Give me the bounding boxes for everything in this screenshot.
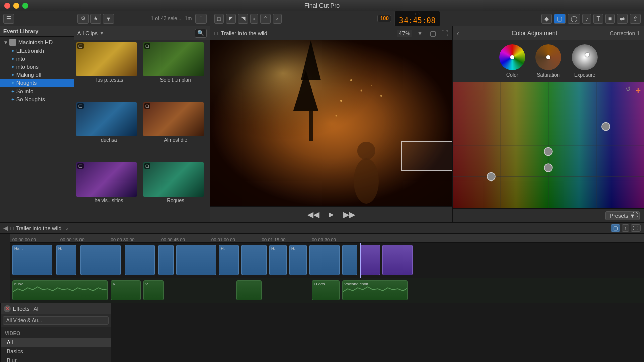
tree-item-making-off[interactable]: ✦ Making off	[0, 71, 74, 79]
clip-item-4[interactable]: ▢ he vis...sitios	[76, 162, 141, 220]
library-tree: ▼ Macintosh HD ✦ ElEctronikh ✦ into ✦ in…	[0, 37, 74, 222]
share-btn[interactable]: ⇪	[630, 14, 641, 24]
effects-title: Effects	[13, 306, 29, 312]
video-mode-btn[interactable]: ▢	[554, 14, 566, 24]
clip-item-0[interactable]: ▢ Tus p...estas	[76, 42, 141, 100]
tool-btn-4[interactable]: ◦	[250, 14, 258, 24]
timeline-clip-10[interactable]	[309, 245, 340, 275]
rating-btn[interactable]: ★	[90, 14, 101, 24]
timeline-clip-4[interactable]	[158, 245, 174, 275]
tree-item-label: ElEctronikh	[16, 48, 44, 54]
clip-list-toggle[interactable]: ☰	[3, 14, 14, 24]
color-wheel-saturation[interactable]	[535, 44, 561, 70]
timeline-clip-11[interactable]	[342, 245, 357, 275]
timeline-clip-5[interactable]	[176, 245, 216, 275]
clip-item-3[interactable]: ▢ Almost die	[143, 102, 208, 160]
clips-settings-btn[interactable]: ⚙	[77, 14, 89, 24]
photo-mode-btn[interactable]: ◯	[568, 14, 580, 24]
timeline-content: 00:00:00:00 00:00:15:00 00:00:30:00 00:0…	[10, 234, 644, 303]
timeline-clip-6[interactable]: H.	[219, 245, 239, 275]
star-icon: ✦	[9, 64, 16, 70]
transition-btn[interactable]: ⇌	[617, 14, 628, 24]
playhead[interactable]	[360, 243, 361, 278]
clips-dropdown-arrow[interactable]: ▼	[100, 31, 104, 36]
category-blur[interactable]: Blur	[1, 356, 111, 362]
curve-point-mid[interactable]	[544, 148, 552, 156]
minimize-button[interactable]	[13, 3, 19, 9]
timeline-clip-0[interactable]: Ha...	[12, 245, 52, 275]
category-basics[interactable]: Basics	[1, 347, 111, 356]
audio-clip-2[interactable]: V	[143, 280, 164, 300]
color-wheel-item-color: Color	[499, 44, 525, 78]
curve-point-shadow[interactable]	[487, 173, 495, 181]
generator-btn[interactable]: ■	[605, 14, 615, 24]
clips-browser: All Clips ▼ 🔍 ▢ Tus p...estas ▢ Solo t..…	[74, 26, 210, 222]
category-all[interactable]: All	[1, 338, 111, 347]
timeline-clip-1[interactable]: H.	[56, 245, 76, 275]
timeline-clip-3[interactable]	[125, 245, 155, 275]
fullscreen-button[interactable]	[22, 3, 28, 9]
tree-item-into[interactable]: ✦ into	[0, 55, 74, 63]
color-wheel-exposure[interactable]	[572, 44, 598, 70]
tree-item-macintosh[interactable]: ▼ Macintosh HD	[0, 38, 74, 47]
speed-display: 100	[377, 15, 391, 22]
color-wheels: Color Saturation Exposure	[453, 40, 644, 82]
close-button[interactable]	[4, 3, 10, 9]
next-frame-btn[interactable]: ▶▶	[341, 209, 357, 220]
event-library-panel: Event Library ▼ Macintosh HD ✦ ElEctroni…	[0, 26, 74, 222]
clips-view-btn[interactable]: ⋮	[195, 14, 207, 24]
zoom-level[interactable]: 47%	[397, 30, 412, 37]
audio-clip-4[interactable]: LLocs	[312, 280, 340, 300]
timeline-clip-2[interactable]	[80, 245, 121, 275]
timeline-title: Trailer into the wild	[16, 225, 62, 231]
view-options-icon[interactable]: ▢	[430, 29, 436, 37]
blade-btn[interactable]: ◆	[541, 14, 552, 24]
video-overlay	[210, 40, 452, 206]
selection-overlay[interactable]	[401, 141, 452, 171]
zoom-dropdown-arrow[interactable]: ▼	[417, 30, 423, 36]
fullscreen-btn[interactable]: ⛶	[632, 212, 638, 218]
tool-select[interactable]: ⇧	[260, 14, 271, 24]
timeline-back-btn[interactable]: ◀	[3, 224, 8, 232]
tool-btn-1[interactable]: □	[214, 14, 224, 24]
tree-item-electronikh[interactable]: ✦ ElEctronikh	[0, 47, 74, 55]
curve-reset-btn[interactable]: ↺	[626, 85, 631, 93]
tree-item-so-noughts[interactable]: ✦ So Noughts	[0, 95, 74, 103]
tool-btn-2[interactable]: ◤	[226, 14, 236, 24]
clip-item-2[interactable]: ▢ duchsa	[76, 102, 141, 160]
audio-clip-3[interactable]	[236, 280, 262, 300]
fullscreen-icon[interactable]: ⛶	[441, 29, 448, 37]
clip-item-5[interactable]: ▢ Roques	[143, 162, 208, 220]
play-btn[interactable]: ►	[326, 209, 338, 220]
effects-filter-btn[interactable]: All Video & Au...	[3, 316, 109, 325]
tree-item-so-into[interactable]: ✦ So into	[0, 87, 74, 95]
tool-trim[interactable]: ▹	[273, 14, 282, 24]
effects-close-btn[interactable]: ✕	[4, 305, 11, 312]
curve-point-v[interactable]	[544, 164, 552, 172]
audio-clip-1[interactable]: V...	[111, 280, 141, 300]
title-mode-btn[interactable]: T	[593, 14, 603, 24]
curve-add-btn[interactable]: +	[635, 85, 641, 96]
clip-item-1[interactable]: ▢ Solo t...n plan	[143, 42, 208, 100]
prev-frame-btn[interactable]: ◀◀	[305, 209, 321, 220]
timeline-clip-12[interactable]	[360, 245, 380, 275]
clips-search-btn[interactable]: 🔍	[195, 29, 207, 38]
clip-type-icon: ▢	[144, 163, 150, 169]
timeline-zoom-fit[interactable]: ⛶	[631, 224, 641, 232]
timeline-clip-9[interactable]: H.	[289, 245, 307, 275]
tree-item-noughts[interactable]: ✦ Noughts	[0, 79, 74, 87]
audio-clip-5[interactable]: Volcano choir	[342, 280, 408, 300]
timeline-mode-audio[interactable]: ♪	[622, 224, 629, 232]
curve-point-high[interactable]	[602, 123, 610, 131]
filter-btn[interactable]: ▼	[103, 14, 114, 24]
audio-clip-0[interactable]: 6952...	[12, 280, 108, 300]
timeline-clip-8[interactable]: H.	[269, 245, 287, 275]
timeline-mode-video[interactable]: ▢	[611, 224, 620, 232]
clip-label-2: duchsa	[76, 137, 141, 143]
audio-mode-btn[interactable]: ♪	[582, 14, 591, 24]
tree-item-into-bons[interactable]: ✦ into bons	[0, 63, 74, 71]
timeline-clip-13[interactable]	[382, 245, 413, 275]
tool-btn-3[interactable]: ◥	[238, 14, 248, 24]
color-wheel-color[interactable]	[499, 44, 525, 70]
timeline-clip-7[interactable]	[242, 245, 267, 275]
